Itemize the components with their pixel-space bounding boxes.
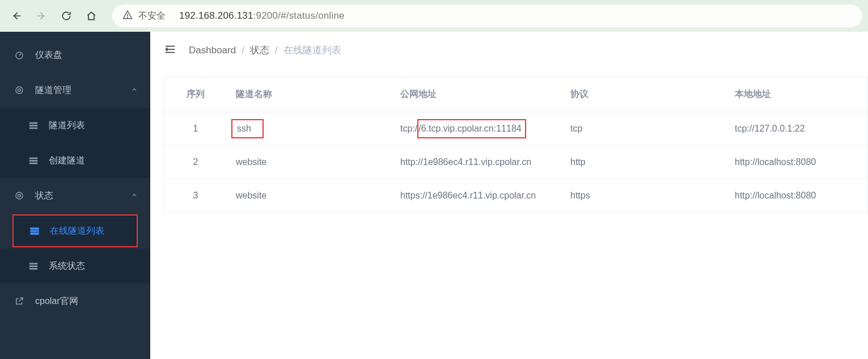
url-text: 192.168.206.131:9200/#/status/online bbox=[179, 10, 345, 22]
cell-public: https://1e986ec4.r11.vip.cpolar.cn bbox=[391, 179, 561, 213]
svg-point-1 bbox=[128, 17, 128, 18]
dashboard-icon bbox=[12, 50, 26, 60]
cell-public: http://1e986ec4.r11.vip.cpolar.cn bbox=[391, 146, 561, 179]
sidebar-item-label: 系统状态 bbox=[49, 260, 85, 272]
chevron-up-icon bbox=[131, 85, 138, 95]
svg-point-3 bbox=[16, 87, 23, 94]
not-secure-icon bbox=[122, 10, 133, 23]
cell-public: tcp://6.tcp.vip.cpolar.cn:11184 bbox=[391, 112, 561, 146]
sidebar-item-tunnel-list[interactable]: 隧道列表 bbox=[0, 108, 150, 143]
public-prefix: tcp:/ bbox=[400, 124, 417, 133]
cell-seq: 1 bbox=[164, 112, 227, 146]
reload-button[interactable] bbox=[56, 5, 77, 27]
highlight-box: /6.tcp.vip.cpolar.cn:11184 bbox=[417, 119, 526, 138]
browser-toolbar: 不安全 192.168.206.131:9200/#/status/online bbox=[0, 0, 868, 32]
svg-rect-17 bbox=[29, 265, 37, 267]
svg-rect-5 bbox=[29, 123, 37, 124]
url-host: 192.168.206.131 bbox=[179, 10, 253, 21]
sidebar-item-create-tunnel[interactable]: 创建隧道 bbox=[0, 143, 150, 178]
svg-point-11 bbox=[16, 192, 23, 199]
main-content: Dashboard / 状态 / 在线隧道列表 序列 隧道名称 公网地址 协议 … bbox=[150, 32, 868, 359]
svg-rect-10 bbox=[29, 163, 37, 164]
breadcrumb: Dashboard / 状态 / 在线隧道列表 bbox=[189, 44, 341, 57]
sidebar-item-label: 创建隧道 bbox=[49, 155, 85, 167]
list-icon bbox=[27, 120, 40, 130]
breadcrumb-current: 在线隧道列表 bbox=[283, 44, 341, 57]
svg-rect-8 bbox=[29, 158, 37, 159]
grid-icon bbox=[27, 155, 40, 166]
col-seq: 序列 bbox=[164, 77, 227, 112]
col-public: 公网地址 bbox=[391, 77, 561, 112]
svg-rect-6 bbox=[29, 125, 37, 126]
not-secure-label: 不安全 bbox=[138, 10, 166, 22]
sidebar-item-system-status[interactable]: 系统状态 bbox=[0, 248, 150, 284]
cell-name: website bbox=[227, 146, 391, 179]
svg-rect-16 bbox=[29, 263, 37, 265]
sidebar-item-label: 隧道管理 bbox=[35, 85, 71, 96]
sidebar-item-label: 在线隧道列表 bbox=[50, 225, 104, 237]
tunnel-icon bbox=[12, 85, 26, 95]
table-row: 2 website http://1e986ec4.r11.vip.cpolar… bbox=[164, 146, 867, 179]
highlight-box: ssh bbox=[231, 119, 264, 138]
breadcrumb-status[interactable]: 状态 bbox=[250, 44, 269, 57]
main-header: Dashboard / 状态 / 在线隧道列表 bbox=[150, 32, 868, 77]
cell-proto: http bbox=[561, 146, 726, 179]
sidebar-item-label: 隧道列表 bbox=[49, 120, 85, 132]
status-icon bbox=[12, 191, 26, 201]
url-path: :9200/#/status/online bbox=[253, 10, 345, 21]
sidebar-item-official-site[interactable]: cpolar官网 bbox=[0, 284, 150, 319]
sidebar-item-label: 仪表盘 bbox=[35, 49, 62, 61]
col-name: 隧道名称 bbox=[227, 77, 391, 112]
back-button[interactable] bbox=[6, 5, 27, 27]
address-bar[interactable]: 不安全 192.168.206.131:9200/#/status/online bbox=[112, 5, 862, 27]
svg-rect-15 bbox=[31, 233, 39, 235]
sidebar-item-tunnel-mgmt[interactable]: 隧道管理 bbox=[0, 73, 150, 108]
breadcrumb-separator: / bbox=[275, 45, 278, 56]
svg-rect-14 bbox=[31, 230, 39, 232]
col-local: 本地地址 bbox=[726, 77, 867, 112]
list-icon bbox=[28, 226, 41, 236]
sidebar: 仪表盘 隧道管理 隧道列表 创建隧道 bbox=[0, 32, 150, 359]
cell-proto: https bbox=[561, 179, 726, 213]
breadcrumb-separator: / bbox=[242, 45, 244, 56]
forward-button[interactable] bbox=[31, 5, 52, 27]
cell-name: ssh bbox=[227, 112, 391, 146]
sidebar-item-label: 状态 bbox=[35, 190, 53, 202]
breadcrumb-dashboard[interactable]: Dashboard bbox=[189, 45, 236, 56]
svg-rect-7 bbox=[29, 128, 37, 129]
home-icon bbox=[86, 10, 97, 22]
cell-name: website bbox=[227, 179, 391, 213]
table-header-row: 序列 隧道名称 公网地址 协议 本地地址 bbox=[164, 77, 867, 112]
cell-seq: 3 bbox=[164, 179, 227, 213]
table-row: 3 website https://1e986ec4.r11.vip.cpola… bbox=[164, 179, 867, 213]
chevron-up-icon bbox=[131, 191, 138, 201]
arrow-left-icon bbox=[11, 10, 22, 22]
cell-local: http://localhost:8080 bbox=[726, 179, 867, 213]
svg-point-12 bbox=[18, 195, 21, 197]
col-proto: 协议 bbox=[561, 77, 726, 112]
cell-proto: tcp bbox=[561, 112, 726, 146]
sidebar-item-dashboard[interactable]: 仪表盘 bbox=[0, 37, 150, 73]
svg-rect-9 bbox=[29, 160, 37, 162]
sidebar-item-online-list[interactable]: 在线隧道列表 bbox=[12, 214, 138, 247]
external-link-icon bbox=[12, 296, 26, 306]
sidebar-collapse-button[interactable] bbox=[164, 43, 176, 57]
home-button[interactable] bbox=[81, 5, 102, 27]
cell-local: tcp://127.0.0.1:22 bbox=[726, 112, 867, 146]
table-row: 1 ssh tcp://6.tcp.vip.cpolar.cn:11184 tc… bbox=[164, 112, 867, 146]
svg-rect-13 bbox=[31, 228, 39, 230]
svg-point-4 bbox=[18, 89, 21, 92]
arrow-right-icon bbox=[36, 10, 47, 22]
tunnel-table: 序列 隧道名称 公网地址 协议 本地地址 1 ssh tcp:// bbox=[164, 77, 868, 213]
reload-icon bbox=[61, 10, 72, 22]
svg-rect-18 bbox=[29, 268, 37, 270]
sidebar-item-status[interactable]: 状态 bbox=[0, 178, 150, 213]
cell-seq: 2 bbox=[164, 146, 227, 179]
grid-icon bbox=[27, 261, 40, 271]
cell-local: http://localhost:8080 bbox=[726, 146, 867, 179]
sidebar-item-label: cpolar官网 bbox=[35, 295, 78, 307]
